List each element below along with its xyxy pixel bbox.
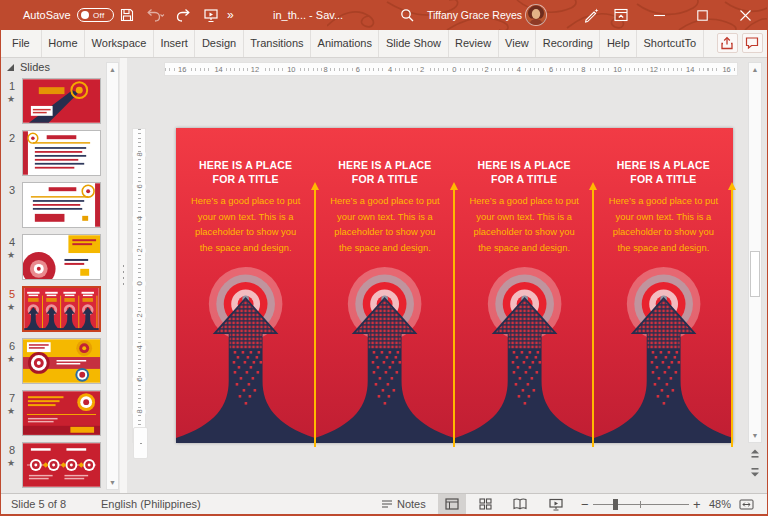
panel-scrollbar[interactable]: ▲ ▼: [106, 62, 119, 490]
tab-view[interactable]: View: [499, 30, 537, 57]
divider-arrow-line[interactable]: [731, 189, 733, 447]
slide-column-1: HERE IS A PLACE FOR A TITLE Here’s a goo…: [176, 128, 315, 443]
animation-star-icon: ★: [7, 406, 15, 416]
ink-pen-icon[interactable]: [583, 7, 599, 23]
slide-thumbnail-4[interactable]: 4 ★: [1, 234, 105, 284]
slides-panel-header[interactable]: Slides: [7, 61, 50, 73]
language-indicator[interactable]: English (Philippines): [101, 494, 201, 514]
arrow-target-graphic[interactable]: [455, 253, 594, 443]
autosave-toggle-knob: [81, 11, 89, 19]
maximize-button[interactable]: [681, 0, 724, 30]
notes-button[interactable]: Notes: [381, 494, 426, 514]
minimize-button[interactable]: [638, 0, 681, 30]
slide-column-2: HERE IS A PLACE FOR A TITLE Here’s a goo…: [315, 128, 454, 443]
ribbon-tab-bar: File Home Workspace Insert Design Transi…: [1, 30, 767, 58]
document-title: in_th... - Sav...: [273, 0, 343, 30]
tab-recording[interactable]: Recording: [536, 30, 600, 57]
tab-home[interactable]: Home: [42, 30, 85, 57]
redo-icon[interactable]: [175, 7, 191, 23]
notes-icon: [381, 499, 393, 509]
status-bar: Slide 5 of 8 English (Philippines) Notes…: [1, 493, 767, 514]
thumb-graphic-8: [23, 443, 100, 487]
scroll-up-arrow[interactable]: ▲: [749, 63, 761, 76]
zoom-level[interactable]: 48%: [709, 494, 731, 514]
comments-button[interactable]: [742, 33, 763, 53]
slide-sorter-view-button[interactable]: [471, 494, 499, 514]
slide-indicator[interactable]: Slide 5 of 8: [11, 494, 66, 514]
zoom-slider-track[interactable]: [593, 504, 689, 505]
tab-insert[interactable]: Insert: [154, 30, 196, 57]
ribbon-display-options-icon[interactable]: [613, 7, 629, 23]
undo-icon[interactable]: [145, 7, 165, 23]
h-ruler-numbers: 1614121086420246810121416: [176, 62, 733, 76]
divider-arrow-line[interactable]: [314, 189, 316, 447]
start-presentation-icon[interactable]: [203, 7, 219, 23]
arrow-target-graphic[interactable]: [176, 253, 315, 443]
column-title[interactable]: HERE IS A PLACE FOR A TITLE: [315, 159, 454, 186]
collapse-triangle-icon: [7, 64, 14, 71]
save-icon[interactable]: [119, 7, 135, 23]
tab-workspace[interactable]: Workspace: [85, 30, 154, 57]
user-avatar[interactable]: [525, 4, 547, 26]
arrow-target-graphic[interactable]: [594, 253, 733, 443]
tab-design[interactable]: Design: [195, 30, 243, 57]
slides-panel: Slides 1 ★ 2: [1, 58, 120, 494]
slide-thumbnail-5[interactable]: 5 ★: [1, 286, 105, 336]
tab-animations[interactable]: Animations: [311, 30, 379, 57]
column-title[interactable]: HERE IS A PLACE FOR A TITLE: [455, 159, 594, 186]
search-icon[interactable]: [399, 7, 415, 23]
thumb-graphic-4: [23, 235, 100, 279]
autosave-state-label: Off: [93, 11, 104, 20]
column-body-text[interactable]: Here’s a good place to put your own text…: [455, 193, 594, 255]
column-title[interactable]: HERE IS A PLACE FOR A TITLE: [176, 159, 315, 186]
next-slide-button[interactable]: [748, 466, 762, 480]
ruler-end-handle: [133, 427, 148, 459]
autosave-label: AutoSave: [23, 0, 71, 30]
share-button[interactable]: [717, 33, 738, 53]
thumb-graphic-1: [23, 79, 100, 123]
zoom-slider-thumb[interactable]: [613, 499, 618, 510]
column-body-text[interactable]: Here’s a good place to put your own text…: [176, 193, 315, 255]
slide-thumbnail-3[interactable]: 3: [1, 182, 105, 232]
zoom-out-button[interactable]: −: [581, 494, 589, 514]
tab-help[interactable]: Help: [600, 30, 637, 57]
more-commands-chevron[interactable]: »: [227, 0, 234, 30]
divider-arrow-line[interactable]: [592, 189, 594, 447]
arrow-target-graphic[interactable]: [315, 253, 454, 443]
divider-arrow-line[interactable]: [453, 189, 455, 447]
title-bar: AutoSave Off » in_th... - Sav... Tiffany…: [1, 0, 767, 30]
animation-star-icon: ★: [7, 250, 15, 260]
tab-transitions[interactable]: Transitions: [244, 30, 311, 57]
slide-thumbnail-8[interactable]: 8 ★: [1, 442, 105, 492]
fit-slide-to-window-button[interactable]: [739, 494, 754, 514]
normal-view-button[interactable]: [438, 494, 466, 514]
column-body-text[interactable]: Here’s a good place to put your own text…: [315, 193, 454, 255]
autosave-toggle[interactable]: Off: [77, 8, 114, 22]
reading-view-button[interactable]: [506, 494, 534, 514]
account-name[interactable]: Tiffany Grace Reyes: [427, 0, 522, 30]
panel-splitter[interactable]: [120, 58, 127, 494]
window-controls: [638, 0, 767, 30]
column-title[interactable]: HERE IS A PLACE FOR A TITLE: [594, 159, 733, 186]
column-body-text[interactable]: Here’s a good place to put your own text…: [594, 193, 733, 255]
tab-file[interactable]: File: [1, 30, 42, 57]
vertical-scrollbar[interactable]: ▲ ▼: [748, 62, 762, 443]
slide-canvas[interactable]: HERE IS A PLACE FOR A TITLE Here’s a goo…: [176, 128, 733, 443]
slideshow-view-button[interactable]: [542, 494, 570, 514]
scrollbar-thumb[interactable]: [750, 251, 760, 297]
animation-star-icon: ★: [7, 94, 15, 104]
slide-thumbnail-7[interactable]: 7 ★: [1, 390, 105, 440]
tab-slide-show[interactable]: Slide Show: [379, 30, 448, 57]
scroll-down-arrow[interactable]: ▼: [749, 429, 761, 442]
slide-thumbnail-6[interactable]: 6 ★: [1, 338, 105, 388]
zoom-in-button[interactable]: +: [693, 494, 701, 514]
scroll-down-arrow[interactable]: ▼: [107, 476, 118, 489]
tab-review[interactable]: Review: [449, 30, 499, 57]
close-button[interactable]: [724, 0, 767, 30]
slide-thumbnail-2[interactable]: 2: [1, 130, 105, 180]
thumb-graphic-3: [23, 183, 100, 227]
previous-slide-button[interactable]: [748, 448, 762, 462]
slide-thumbnail-1[interactable]: 1 ★: [1, 78, 105, 128]
scroll-up-arrow[interactable]: ▲: [107, 63, 118, 76]
tab-shortcutto[interactable]: ShortcutTo: [637, 30, 704, 57]
